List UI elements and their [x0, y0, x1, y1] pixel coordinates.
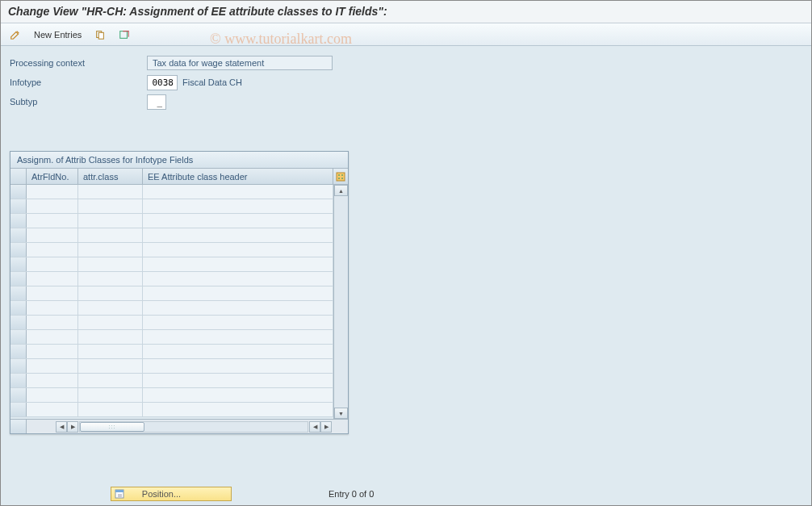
table-row[interactable]	[10, 214, 333, 228]
cell-ee-header[interactable]	[143, 214, 333, 228]
row-selector[interactable]	[10, 199, 27, 213]
row-selector[interactable]	[10, 228, 27, 242]
scroll-up-button[interactable]: ▲	[334, 185, 348, 196]
cell-ee-header[interactable]	[143, 345, 333, 358]
row-selector[interactable]	[10, 388, 27, 402]
cell-ee-header[interactable]	[143, 388, 333, 402]
cell-attrclass[interactable]	[78, 243, 143, 257]
subtyp-input[interactable]	[147, 94, 166, 110]
cell-attrclass[interactable]	[78, 301, 143, 315]
cell-atrfldno[interactable]	[27, 286, 78, 300]
table-row[interactable]	[10, 243, 333, 257]
cell-attrclass[interactable]	[78, 388, 143, 402]
table-row[interactable]	[10, 316, 333, 330]
cell-attrclass[interactable]	[78, 185, 143, 199]
table-row[interactable]	[10, 199, 333, 214]
table-row[interactable]	[10, 403, 333, 417]
select-all-column[interactable]	[10, 169, 27, 184]
cell-ee-header[interactable]	[143, 185, 333, 199]
row-selector[interactable]	[10, 330, 27, 344]
cell-ee-header[interactable]	[143, 228, 333, 242]
cell-atrfldno[interactable]	[27, 272, 78, 286]
position-button[interactable]: Position...	[111, 487, 232, 501]
hscroll-right2-button[interactable]: ▶	[320, 421, 332, 433]
cell-ee-header[interactable]	[143, 403, 333, 416]
table-row[interactable]	[10, 359, 333, 374]
cell-attrclass[interactable]	[78, 199, 143, 213]
table-row[interactable]	[10, 301, 333, 316]
row-selector[interactable]	[10, 301, 27, 315]
table-row[interactable]	[10, 272, 333, 286]
row-selector[interactable]	[10, 243, 27, 257]
change-mode-button[interactable]	[6, 27, 24, 42]
table-row[interactable]	[10, 374, 333, 388]
horizontal-scrollbar[interactable]: ◀ ▶ ::: ◀ ▶	[10, 419, 348, 433]
row-selector[interactable]	[10, 272, 27, 286]
row-selector[interactable]	[10, 374, 27, 387]
cell-attrclass[interactable]	[78, 330, 143, 344]
cell-attrclass[interactable]	[78, 374, 143, 387]
cell-ee-header[interactable]	[143, 330, 333, 344]
table-row[interactable]	[10, 388, 333, 403]
table-row[interactable]	[10, 330, 333, 345]
cell-attrclass[interactable]	[78, 403, 143, 416]
row-selector[interactable]	[10, 214, 27, 228]
hscroll-left-button[interactable]: ◀	[56, 421, 67, 433]
row-selector[interactable]	[10, 403, 27, 416]
cell-attrclass[interactable]	[78, 316, 143, 329]
row-selector[interactable]	[10, 286, 27, 300]
cell-attrclass[interactable]	[78, 214, 143, 228]
cell-atrfldno[interactable]	[27, 345, 78, 358]
row-selector[interactable]	[10, 316, 27, 329]
table-row[interactable]	[10, 228, 333, 243]
cell-atrfldno[interactable]	[27, 374, 78, 387]
cell-ee-header[interactable]	[143, 199, 333, 213]
cell-attrclass[interactable]	[78, 228, 143, 242]
cell-ee-header[interactable]	[143, 316, 333, 329]
cell-ee-header[interactable]	[143, 286, 333, 300]
cell-atrfldno[interactable]	[27, 214, 78, 228]
hscroll-right-button[interactable]: ▶	[67, 421, 78, 433]
cell-atrfldno[interactable]	[27, 257, 78, 271]
table-row[interactable]	[10, 345, 333, 359]
scroll-down-button[interactable]: ▼	[334, 408, 348, 419]
cell-atrfldno[interactable]	[27, 403, 78, 416]
cell-atrfldno[interactable]	[27, 185, 78, 199]
row-selector[interactable]	[10, 345, 27, 358]
table-config-button[interactable]	[333, 169, 348, 184]
row-selector[interactable]	[10, 359, 27, 373]
column-ee-header[interactable]: EE Attribute class header	[143, 169, 333, 184]
cell-atrfldno[interactable]	[27, 243, 78, 257]
table-row[interactable]	[10, 286, 333, 301]
column-attrclass[interactable]: attr.class	[78, 169, 143, 184]
table-row[interactable]	[10, 185, 333, 199]
cell-attrclass[interactable]	[78, 359, 143, 373]
hscroll-left2-button[interactable]: ◀	[309, 421, 320, 433]
infotype-input[interactable]	[147, 75, 178, 90]
cell-atrfldno[interactable]	[27, 228, 78, 242]
cell-attrclass[interactable]	[78, 257, 143, 271]
cell-atrfldno[interactable]	[27, 316, 78, 329]
cell-atrfldno[interactable]	[27, 301, 78, 315]
vertical-scrollbar[interactable]: ▲ ▼	[333, 185, 348, 419]
new-entries-button[interactable]: New Entries	[31, 28, 85, 41]
cell-atrfldno[interactable]	[27, 388, 78, 402]
delimit-button[interactable]	[115, 27, 133, 42]
copy-button[interactable]	[91, 27, 109, 42]
column-atrfldno[interactable]: AtrFldNo.	[27, 169, 78, 184]
hscroll-track[interactable]: :::	[79, 421, 308, 433]
table-row[interactable]	[10, 257, 333, 272]
cell-attrclass[interactable]	[78, 345, 143, 358]
cell-atrfldno[interactable]	[27, 359, 78, 373]
cell-ee-header[interactable]	[143, 243, 333, 257]
cell-ee-header[interactable]	[143, 272, 333, 286]
cell-ee-header[interactable]	[143, 374, 333, 387]
row-selector[interactable]	[10, 257, 27, 271]
row-selector[interactable]	[10, 185, 27, 199]
cell-ee-header[interactable]	[143, 301, 333, 315]
scroll-track[interactable]	[334, 196, 348, 408]
cell-ee-header[interactable]	[143, 257, 333, 271]
cell-attrclass[interactable]	[78, 272, 143, 286]
cell-ee-header[interactable]	[143, 359, 333, 373]
cell-attrclass[interactable]	[78, 286, 143, 300]
